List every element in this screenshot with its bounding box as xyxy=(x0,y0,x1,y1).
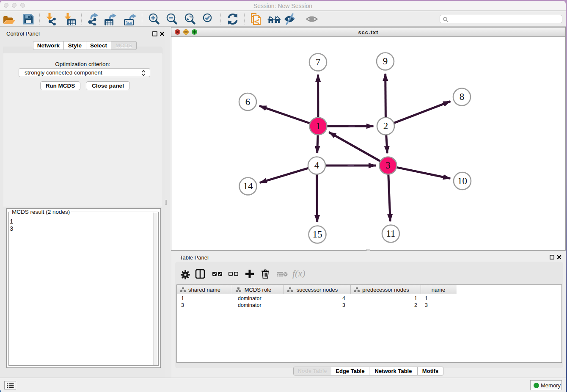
svg-text:10: 10 xyxy=(457,176,467,186)
svg-text:7: 7 xyxy=(316,57,321,67)
svg-text:1: 1 xyxy=(316,121,321,131)
svg-text:3: 3 xyxy=(385,160,391,171)
svg-text:8: 8 xyxy=(460,91,465,102)
svg-text:4: 4 xyxy=(314,160,319,171)
svg-text:2: 2 xyxy=(383,121,388,131)
svg-text:6: 6 xyxy=(245,97,250,107)
svg-text:11: 11 xyxy=(386,228,395,239)
svg-text:14: 14 xyxy=(243,181,253,191)
svg-text:15: 15 xyxy=(313,229,322,240)
svg-text:9: 9 xyxy=(383,56,388,66)
